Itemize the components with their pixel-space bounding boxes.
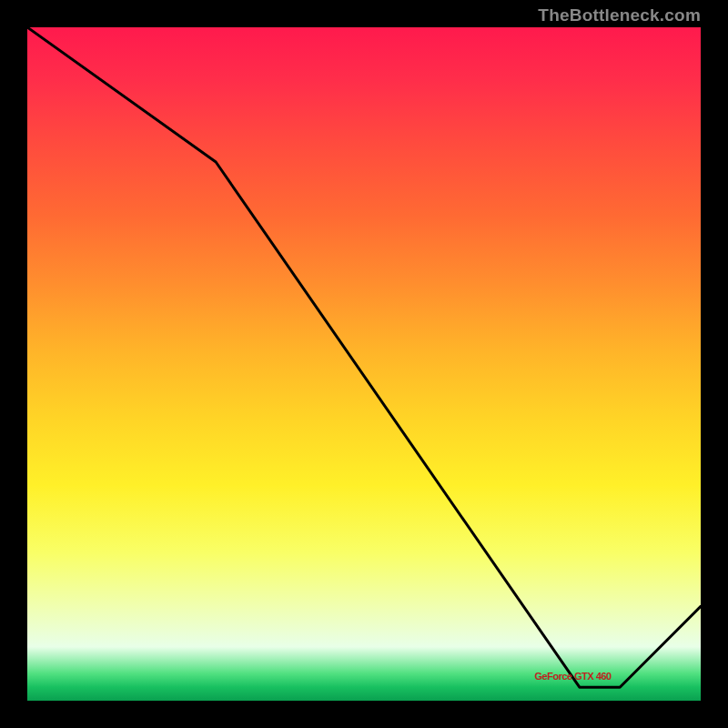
- plot-area: GeForce GTX 460: [27, 27, 701, 701]
- attribution-text: TheBottleneck.com: [538, 5, 701, 25]
- bottleneck-curve: [27, 27, 701, 687]
- chart-line-layer: [27, 27, 701, 701]
- chart-container: TheBottleneck.com GeForce GTX 460: [0, 0, 728, 728]
- series-label: GeForce GTX 460: [534, 671, 611, 682]
